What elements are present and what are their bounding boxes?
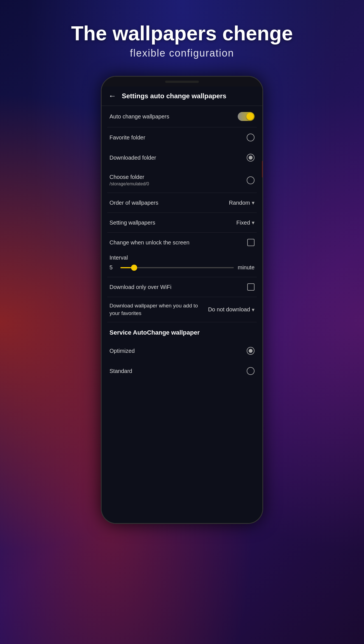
- page-content: The wallpapers chenge flexible configura…: [0, 0, 364, 644]
- downloaded-folder-row[interactable]: Downloaded folder: [102, 148, 262, 168]
- interval-label: Interval: [109, 255, 255, 261]
- standard-radio[interactable]: [247, 367, 255, 375]
- notch-bar: [165, 81, 199, 83]
- slider-value: 5: [109, 264, 116, 271]
- side-button: [262, 161, 263, 178]
- setting-wallpapers-row: Setting wallpapers Fixed ▾: [102, 213, 262, 232]
- download-wallpaper-label: Download wallpaper when you add to your …: [109, 302, 208, 317]
- slider-unit: minute: [238, 264, 255, 271]
- download-wallpaper-arrow: ▾: [252, 306, 255, 313]
- service-header-section: Service AutoChange wallpaper: [102, 322, 262, 341]
- app-bar-title: Settings auto change wallpapers: [122, 92, 226, 100]
- downloaded-folder-radio[interactable]: [247, 154, 255, 162]
- download-wallpaper-row: Download wallpaper when you add to your …: [102, 297, 262, 322]
- setting-wallpapers-value: Fixed: [236, 220, 250, 226]
- phone-notch: [102, 77, 262, 87]
- choose-folder-label: Choose folder: [109, 174, 247, 180]
- slider-thumb[interactable]: [131, 265, 137, 271]
- optimized-radio-inner: [249, 349, 253, 353]
- choose-folder-radio[interactable]: [247, 176, 255, 184]
- change-unlock-label: Change when unlock the screen: [109, 239, 247, 246]
- optimized-radio[interactable]: [247, 347, 255, 355]
- service-header-label: Service AutoChange wallpaper: [109, 329, 255, 336]
- downloaded-folder-label: Downloaded folder: [109, 155, 247, 161]
- auto-change-label: Auto change wallpapers: [109, 113, 238, 120]
- setting-wallpapers-arrow: ▾: [252, 219, 255, 226]
- app-bar: ← Settings auto change wallpapers: [102, 87, 262, 106]
- order-dropdown[interactable]: Random ▾: [229, 199, 255, 206]
- optimized-row[interactable]: Optimized: [102, 341, 262, 361]
- auto-change-toggle[interactable]: [238, 112, 255, 121]
- phone-mockup: ← Settings auto change wallpapers Auto c…: [101, 76, 263, 524]
- change-unlock-row: Change when unlock the screen: [102, 233, 262, 252]
- change-unlock-checkbox[interactable]: [247, 239, 255, 246]
- download-wifi-label: Download only over WiFi: [109, 284, 247, 290]
- standard-label: Standard: [109, 368, 247, 374]
- choose-folder-block: Choose folder /storage/emulated/0: [109, 174, 247, 186]
- order-arrow: ▾: [252, 199, 255, 206]
- order-label: Order of wallpapers: [109, 200, 229, 206]
- setting-wallpapers-dropdown[interactable]: Fixed ▾: [236, 219, 255, 226]
- screen: ← Settings auto change wallpapers Auto c…: [102, 87, 262, 523]
- page-subtitle: flexible configuration: [71, 47, 293, 59]
- favorite-folder-radio[interactable]: [247, 134, 255, 141]
- download-wifi-row: Download only over WiFi: [102, 277, 262, 297]
- interval-section: Interval 5 minute: [102, 252, 262, 277]
- favorite-folder-label: Favorite folder: [109, 134, 247, 141]
- order-row: Order of wallpapers Random ▾: [102, 193, 262, 213]
- optimized-label: Optimized: [109, 348, 247, 354]
- setting-wallpapers-label: Setting wallpapers: [109, 220, 236, 226]
- auto-change-row: Auto change wallpapers: [102, 106, 262, 127]
- download-wifi-checkbox[interactable]: [247, 283, 255, 291]
- choose-folder-path: /storage/emulated/0: [109, 181, 247, 186]
- slider-track[interactable]: [120, 267, 234, 268]
- radio-inner: [249, 156, 253, 160]
- page-title: The wallpapers chenge: [71, 22, 293, 45]
- favorite-folder-row[interactable]: Favorite folder: [102, 127, 262, 148]
- standard-row[interactable]: Standard: [102, 361, 262, 381]
- choose-folder-row[interactable]: Choose folder /storage/emulated/0: [102, 168, 262, 193]
- back-button[interactable]: ←: [108, 92, 116, 101]
- order-value: Random: [229, 200, 250, 206]
- header-section: The wallpapers chenge flexible configura…: [71, 22, 293, 59]
- download-wallpaper-value: Do not download: [208, 306, 250, 313]
- download-wallpaper-dropdown[interactable]: Do not download ▾: [208, 306, 255, 313]
- slider-row: 5 minute: [109, 264, 255, 271]
- toggle-knob: [246, 113, 254, 120]
